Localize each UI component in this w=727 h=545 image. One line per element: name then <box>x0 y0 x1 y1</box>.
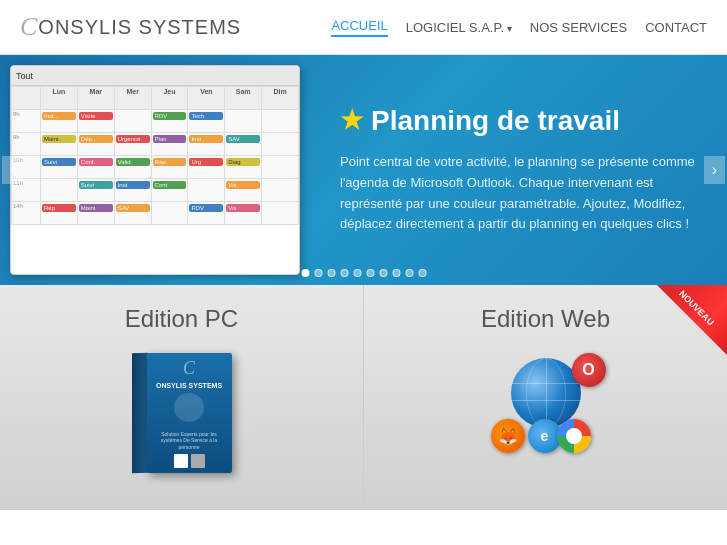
cal-cell: Suivi <box>41 156 77 178</box>
cal-cell: Inst <box>188 133 224 155</box>
logo-c-letter: C <box>20 12 38 42</box>
product-box-mockup: C ONSYLIS SYSTEMS Solution Experts pour … <box>132 353 232 483</box>
products-section: Edition PC C ONSYLIS SYSTEMS Solution Ex… <box>0 285 727 510</box>
cal-cell: SAV <box>225 133 261 155</box>
cal-cell <box>225 110 261 132</box>
hero-content: ★ Planning de travail Point central de v… <box>315 85 727 255</box>
cal-cell: Urgence <box>115 133 151 155</box>
cal-day-5: Ven <box>188 87 224 109</box>
slider-dot-1[interactable] <box>301 269 309 277</box>
slider-prev-button[interactable]: ‹ <box>2 156 23 184</box>
box-logo-c: C <box>183 358 195 379</box>
slider-dots <box>301 269 426 277</box>
browser-icons: 🦊 e O <box>486 353 606 453</box>
cal-cell: Dép... <box>78 133 114 155</box>
header: C ONSYLIS SYSTEMS ACCUEIL LOGICIEL S.A.P… <box>0 0 727 55</box>
cal-day-2: Mar <box>78 87 114 109</box>
globe-icon <box>511 358 581 428</box>
nouveau-badge-container: NOUVEAU <box>637 285 727 375</box>
globe-oval <box>526 358 566 428</box>
cal-cell <box>115 110 151 132</box>
cal-cell: Inst <box>115 179 151 201</box>
star-icon: ★ <box>340 105 363 136</box>
cal-cell: Vis <box>225 179 261 201</box>
box-front: C ONSYLIS SYSTEMS Solution Experts pour … <box>147 353 232 473</box>
slider-dot-10[interactable] <box>418 269 426 277</box>
cal-cell <box>262 110 298 132</box>
slider-dot-3[interactable] <box>327 269 335 277</box>
cal-cell: Rép. <box>152 156 188 178</box>
cal-cell <box>262 179 298 201</box>
cal-cell: RDV <box>188 202 224 224</box>
cal-cell: Maint. <box>41 133 77 155</box>
cal-cell <box>262 202 298 224</box>
calendar-mockup: Tout Lun Mar Mer Jeu Ven Sam Dim 8h Inst… <box>10 65 300 275</box>
slider-dot-9[interactable] <box>405 269 413 277</box>
product-web: NOUVEAU Edition Web 🦊 e O <box>363 285 727 510</box>
calendar-header: Tout <box>11 66 299 86</box>
cal-cell: Inst... <box>41 110 77 132</box>
cal-cell: Vis <box>225 202 261 224</box>
hero-description: Point central de votre activité, le plan… <box>340 152 702 235</box>
cal-cell <box>262 156 298 178</box>
box-logo-name: ONSYLIS SYSTEMS <box>156 382 222 389</box>
slider-dot-8[interactable] <box>392 269 400 277</box>
box-bottom-text: Solution Experts pour les systèmes De Se… <box>152 431 227 451</box>
slider-dot-6[interactable] <box>366 269 374 277</box>
nav-logiciel[interactable]: LOGICIEL S.A.P. <box>406 20 512 35</box>
product-pc-title: Edition PC <box>125 305 238 333</box>
cal-cell <box>41 179 77 201</box>
cal-cell: Maint <box>78 202 114 224</box>
cal-cell <box>152 202 188 224</box>
cal-day-6: Sam <box>225 87 261 109</box>
cal-cell: Tech <box>188 110 224 132</box>
firefox-icon: 🦊 <box>491 419 525 453</box>
cal-day-3: Mer <box>115 87 151 109</box>
cal-time-col <box>12 87 40 109</box>
slider-dot-7[interactable] <box>379 269 387 277</box>
logo: C ONSYLIS SYSTEMS <box>20 12 241 42</box>
cal-cell: Rép <box>41 202 77 224</box>
logo-text: ONSYLIS SYSTEMS <box>38 16 241 39</box>
main-nav: ACCUEIL LOGICIEL S.A.P. NOS SERVICES CON… <box>331 18 707 37</box>
cal-time: 8h <box>12 110 40 132</box>
cal-cell: Diag <box>225 156 261 178</box>
nav-services[interactable]: NOS SERVICES <box>530 20 627 35</box>
chrome-center <box>566 428 582 444</box>
product-web-title: Edition Web <box>481 305 610 333</box>
cal-cell: Visite <box>78 110 114 132</box>
cal-cell: Suivi <box>78 179 114 201</box>
cal-cell: Valid. <box>115 156 151 178</box>
slider-dot-4[interactable] <box>340 269 348 277</box>
nav-accueil[interactable]: ACCUEIL <box>331 18 387 37</box>
cal-cell: Plan <box>152 133 188 155</box>
opera-icon: O <box>572 353 606 387</box>
cal-cell: Conf. <box>78 156 114 178</box>
cal-day-4: Jeu <box>152 87 188 109</box>
slider-dot-2[interactable] <box>314 269 322 277</box>
box-spine <box>132 353 148 474</box>
chrome-icon <box>557 419 591 453</box>
slider-next-button[interactable]: › <box>704 156 725 184</box>
hero-slider: ‹ Tout Lun Mar Mer Jeu Ven Sam Dim 8h In… <box>0 55 727 285</box>
product-pc: Edition PC C ONSYLIS SYSTEMS Solution Ex… <box>0 285 363 510</box>
cal-cell <box>262 133 298 155</box>
cal-cell <box>188 179 224 201</box>
hero-calendar: Tout Lun Mar Mer Jeu Ven Sam Dim 8h Inst… <box>5 60 315 280</box>
slider-dot-5[interactable] <box>353 269 361 277</box>
hero-title: ★ Planning de travail <box>340 105 702 137</box>
cal-cell: Urg <box>188 156 224 178</box>
cal-day-7: Dim <box>262 87 298 109</box>
cal-cell: Cont <box>152 179 188 201</box>
hero-title-text: Planning de travail <box>371 105 620 137</box>
nav-contact[interactable]: CONTACT <box>645 20 707 35</box>
cal-cell: RDV <box>152 110 188 132</box>
cal-cell: SAV <box>115 202 151 224</box>
cal-time: 14h <box>12 202 40 224</box>
cal-time: 9h <box>12 133 40 155</box>
cal-day-1: Lun <box>41 87 77 109</box>
